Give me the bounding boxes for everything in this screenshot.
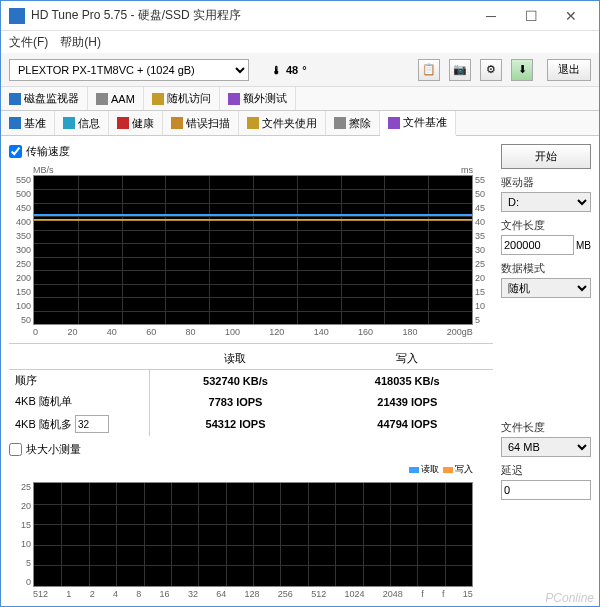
exit-button[interactable]: 退出 [547, 59, 591, 81]
tab-icon [228, 93, 240, 105]
tab-icon [9, 117, 21, 129]
settings-button[interactable]: ⚙ [480, 59, 502, 81]
tab-错误扫描[interactable]: 错误扫描 [163, 111, 239, 135]
app-icon [9, 8, 25, 24]
filelen-input[interactable] [501, 235, 574, 255]
tab-信息[interactable]: 信息 [55, 111, 109, 135]
blocksize-checkbox[interactable]: 块大小测量 [9, 442, 493, 457]
tab-icon [152, 93, 164, 105]
tab-icon [171, 117, 183, 129]
tab-磁盘监视器[interactable]: 磁盘监视器 [1, 87, 88, 110]
tab-文件基准[interactable]: 文件基准 [380, 111, 456, 136]
delay-input[interactable] [501, 480, 591, 500]
close-button[interactable]: ✕ [551, 2, 591, 30]
tab-icon [96, 93, 108, 105]
mode-select[interactable]: 随机 [501, 278, 591, 298]
tab-icon [9, 93, 21, 105]
filelen2-label: 文件长度 [501, 420, 591, 435]
save-button[interactable]: ⬇ [511, 59, 533, 81]
tab-icon [63, 117, 75, 129]
y-axis-right-label: ms [461, 165, 473, 175]
result-row: 4KB 随机多 54312 IOPS44794 IOPS [9, 412, 493, 436]
tab-健康[interactable]: 健康 [109, 111, 163, 135]
menu-file[interactable]: 文件(F) [9, 34, 48, 51]
results-table: 读取写入 顺序532740 KB/s418035 KB/s4KB 随机单7783… [9, 343, 493, 436]
filelen2-select[interactable]: 64 MB [501, 437, 591, 457]
y-axis-left-label: MB/s [33, 165, 54, 175]
tab-擦除[interactable]: 擦除 [326, 111, 380, 135]
transfer-speed-checkbox[interactable]: 传输速度 [9, 144, 493, 159]
blocksize-chart [33, 482, 473, 587]
drive-letter-select[interactable]: D: [501, 192, 591, 212]
tab-icon [388, 117, 400, 129]
tab-基准[interactable]: 基准 [1, 111, 55, 135]
tab-AAM[interactable]: AAM [88, 87, 144, 110]
minimize-button[interactable]: ─ [471, 2, 511, 30]
result-row: 4KB 随机单7783 IOPS21439 IOPS [9, 391, 493, 412]
menu-help[interactable]: 帮助(H) [60, 34, 101, 51]
tab-icon [117, 117, 129, 129]
start-button[interactable]: 开始 [501, 144, 591, 169]
tab-随机访问[interactable]: 随机访问 [144, 87, 220, 110]
filelen-label: 文件长度 [501, 218, 591, 233]
thermometer-icon: 🌡 [271, 64, 282, 76]
copy-button[interactable]: 📋 [418, 59, 440, 81]
mode-label: 数据模式 [501, 261, 591, 276]
maximize-button[interactable]: ☐ [511, 2, 551, 30]
delay-label: 延迟 [501, 463, 591, 478]
result-row: 顺序532740 KB/s418035 KB/s [9, 370, 493, 392]
temperature-display: 🌡 48° [271, 64, 307, 76]
tab-icon [247, 117, 259, 129]
tab-额外测试[interactable]: 额外测试 [220, 87, 296, 110]
screenshot-button[interactable]: 📷 [449, 59, 471, 81]
window-title: HD Tune Pro 5.75 - 硬盘/SSD 实用程序 [31, 7, 471, 24]
queue-depth-input[interactable] [75, 415, 109, 433]
drive-select[interactable]: PLEXTOR PX-1TM8VC + (1024 gB) [9, 59, 249, 81]
tab-文件夹使用[interactable]: 文件夹使用 [239, 111, 326, 135]
tab-icon [334, 117, 346, 129]
transfer-chart [33, 175, 473, 325]
drive-label: 驱动器 [501, 175, 591, 190]
